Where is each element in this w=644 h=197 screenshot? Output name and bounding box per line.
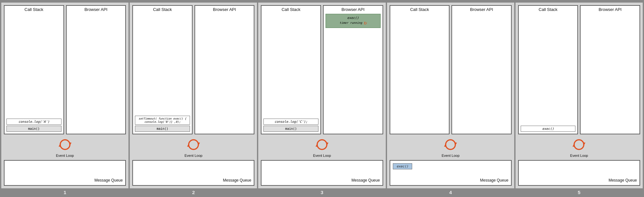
browser-api-title-3: Browser API — [325, 7, 381, 12]
browser-api-title-1: Browser API — [68, 7, 124, 12]
message-queue-label-3: Message Queue — [263, 177, 381, 184]
event-loop-area-1: Event Loop — [4, 136, 126, 158]
browser-api-3: Browser APIexec()timer running↻ — [323, 5, 383, 134]
message-queue-label-5: Message Queue — [520, 177, 638, 184]
message-queue-inner-4: exec() — [392, 162, 510, 177]
panel-inner-2: Call StacksetTimeout( function exec() { … — [132, 5, 254, 134]
panel-wrapper-1: Call Stackconsole.log('A')main()Browser … — [1, 3, 128, 197]
message-queue-inner-5 — [520, 162, 638, 177]
browser-api-items-3: exec()timer running↻ — [325, 13, 381, 132]
panel-4: Call StackBrowser APIEvent Loopexec()Mes… — [387, 3, 514, 188]
panel-number-4: 4 — [449, 188, 452, 197]
timer-running-label: timer running — [339, 21, 362, 24]
message-queue-inner-3 — [263, 162, 381, 177]
message-queue-inner-2 — [134, 162, 252, 177]
browser-api-items-2 — [196, 13, 253, 132]
event-loop-icon-3 — [314, 138, 330, 153]
browser-api-items-5 — [582, 13, 638, 132]
call-stack-title-2: Call Stack — [134, 7, 191, 12]
message-queue-5: Message Queue — [518, 160, 640, 186]
event-loop-label-5: Event Loop — [570, 154, 588, 157]
event-loop-icon-1 — [57, 138, 73, 153]
browser-api-title-2: Browser API — [196, 7, 253, 12]
panel-1: Call Stackconsole.log('A')main()Browser … — [1, 3, 128, 188]
call-stack-item-3-1: main() — [263, 126, 318, 132]
call-stack-item-5-0: exec() — [521, 126, 576, 132]
message-queue-1: Message Queue — [4, 160, 126, 186]
panel-wrapper-3: Call Stackconsole.log('C');main()Browser… — [258, 3, 385, 197]
message-queue-label-2: Message Queue — [134, 177, 252, 184]
event-loop-label-1: Event Loop — [56, 154, 74, 157]
panel-wrapper-5: Call Stackexec()Browser APIEvent LoopMes… — [516, 3, 643, 197]
browser-api-items-4 — [453, 13, 510, 132]
event-loop-area-3: Event Loop — [261, 136, 383, 158]
message-queue-label-4: Message Queue — [392, 177, 510, 184]
call-stack-title-4: Call Stack — [392, 7, 448, 12]
event-loop-icon-2 — [185, 138, 202, 153]
panel-wrapper-2: Call StacksetTimeout( function exec() { … — [130, 3, 257, 197]
timer-running-row: timer running↻ — [328, 20, 378, 26]
call-stack-items-5: exec() — [520, 13, 576, 132]
browser-api-green-box-3: exec()timer running↻ — [326, 14, 381, 28]
panel-inner-3: Call Stackconsole.log('C');main()Browser… — [261, 5, 383, 134]
call-stack-title-5: Call Stack — [520, 7, 576, 12]
event-loop-icon-5 — [571, 138, 587, 153]
browser-api-1: Browser API — [66, 5, 126, 134]
panel-2: Call StacksetTimeout( function exec() { … — [130, 3, 257, 188]
browser-api-4: Browser API — [451, 5, 512, 134]
panel-3: Call Stackconsole.log('C');main()Browser… — [258, 3, 385, 188]
panel-inner-4: Call StackBrowser API — [390, 5, 512, 134]
browser-api-5: Browser API — [580, 5, 640, 134]
event-loop-area-5: Event Loop — [518, 136, 640, 158]
message-queue-inner-1 — [6, 162, 124, 177]
message-queue-4: exec()Message Queue — [390, 160, 512, 186]
call-stack-item-2-0: setTimeout( function exec() { console.lo… — [135, 116, 190, 125]
panel-number-5: 5 — [578, 188, 580, 197]
message-queue-item-4-0: exec() — [393, 163, 412, 169]
call-stack-items-1: console.log('A')main() — [6, 13, 62, 132]
panel-inner-5: Call Stackexec()Browser API — [518, 5, 640, 134]
call-stack-5: Call Stackexec() — [518, 5, 578, 134]
message-queue-3: Message Queue — [261, 160, 383, 186]
message-queue-label-1: Message Queue — [6, 177, 124, 184]
call-stack-2: Call StacksetTimeout( function exec() { … — [132, 5, 193, 134]
event-loop-icon-4 — [442, 138, 459, 153]
call-stack-item-1-1: main() — [6, 126, 62, 132]
call-stack-title-3: Call Stack — [263, 7, 319, 12]
call-stack-title-1: Call Stack — [6, 7, 62, 12]
message-queue-2: Message Queue — [132, 160, 254, 186]
browser-api-2: Browser API — [194, 5, 255, 134]
call-stack-4: Call Stack — [390, 5, 450, 134]
call-stack-item-3-0: console.log('C'); — [263, 119, 318, 125]
event-loop-label-2: Event Loop — [185, 154, 203, 157]
call-stack-items-4 — [392, 13, 448, 132]
browser-api-title-4: Browser API — [453, 7, 510, 12]
call-stack-item-2-1: main() — [135, 126, 190, 132]
timer-arrow-icon: ↻ — [364, 20, 367, 26]
panel-number-2: 2 — [192, 188, 195, 197]
event-loop-label-3: Event Loop — [313, 154, 331, 157]
call-stack-items-3: console.log('C');main() — [263, 13, 319, 132]
call-stack-items-2: setTimeout( function exec() { console.lo… — [134, 13, 191, 132]
call-stack-3: Call Stackconsole.log('C');main() — [261, 5, 321, 134]
panel-number-1: 1 — [63, 188, 66, 197]
event-loop-area-4: Event Loop — [390, 136, 512, 158]
call-stack-item-1-0: console.log('A') — [6, 119, 62, 125]
call-stack-1: Call Stackconsole.log('A')main() — [4, 5, 64, 134]
panel-wrapper-4: Call StackBrowser APIEvent Loopexec()Mes… — [387, 3, 514, 197]
event-loop-label-4: Event Loop — [441, 154, 459, 157]
panel-5: Call Stackexec()Browser APIEvent LoopMes… — [516, 3, 643, 188]
event-loop-area-2: Event Loop — [132, 136, 254, 158]
panel-inner-1: Call Stackconsole.log('A')main()Browser … — [4, 5, 126, 134]
browser-api-title-5: Browser API — [582, 7, 638, 12]
browser-api-items-1 — [68, 13, 124, 132]
panel-number-3: 3 — [321, 188, 323, 197]
panels-container: Call Stackconsole.log('A')main()Browser … — [0, 0, 644, 197]
